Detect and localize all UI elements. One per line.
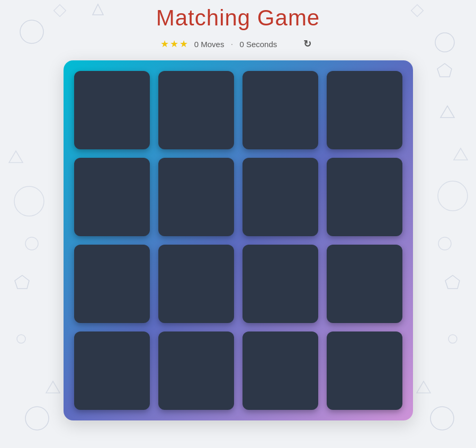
card-2[interactable]: [158, 71, 234, 149]
card-9[interactable]: [74, 245, 150, 323]
stats-bar: ★ ★ ★ 0 Moves · 0 Seconds ↻: [160, 36, 316, 52]
page-title: Matching Game: [156, 5, 320, 31]
star-2: ★: [170, 38, 178, 50]
refresh-button[interactable]: ↻: [299, 36, 316, 52]
star-3: ★: [179, 38, 188, 50]
card-11[interactable]: [243, 245, 318, 323]
card-14[interactable]: [158, 331, 234, 410]
stars-container: ★ ★ ★: [160, 38, 188, 50]
card-13[interactable]: [74, 331, 150, 410]
card-3[interactable]: [243, 71, 318, 149]
seconds-display: 0 Seconds: [239, 40, 277, 49]
game-grid: [74, 71, 402, 410]
card-12[interactable]: [327, 245, 402, 323]
game-board: [64, 60, 413, 420]
moves-display: 0 Moves: [194, 40, 224, 49]
card-6[interactable]: [158, 158, 234, 236]
card-10[interactable]: [158, 245, 234, 323]
page-content: Matching Game ★ ★ ★ 0 Moves · 0 Seconds …: [0, 0, 476, 420]
card-8[interactable]: [327, 158, 402, 236]
card-5[interactable]: [74, 158, 150, 236]
card-16[interactable]: [327, 331, 402, 410]
card-1[interactable]: [74, 71, 150, 149]
card-4[interactable]: [327, 71, 402, 149]
dot-separator: ·: [230, 39, 233, 50]
card-7[interactable]: [243, 158, 318, 236]
star-1: ★: [160, 38, 169, 50]
card-15[interactable]: [243, 331, 318, 410]
